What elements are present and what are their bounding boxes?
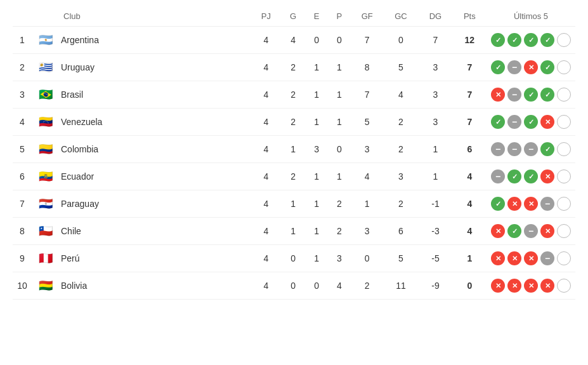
result-icon-empty [557,224,571,238]
result-icon-win [491,33,505,47]
team-name: Brasil [61,90,83,100]
g-cell: 1 [281,218,305,245]
header-dg: DG [418,6,452,27]
pj-cell: 4 [251,81,281,109]
result-icon-draw [507,115,521,129]
last5-cell [487,245,575,272]
result-icon-loss [540,115,554,129]
result-icon-win [491,197,505,211]
table-row: 6🇪🇨Ecuador42114314 [13,163,575,190]
club-cell: 🇪🇨Ecuador [32,163,251,190]
result-icon-loss [540,224,554,238]
header-ultimos5: Últimos 5 [487,6,575,27]
dg-cell: 7 [418,27,452,54]
dg-cell: 3 [418,54,452,81]
g-cell: 2 [281,109,305,136]
g-cell: 0 [281,245,305,272]
result-icon-loss [491,251,505,265]
pj-cell: 4 [251,27,281,54]
team-name: Argentina [61,35,99,45]
e-cell: 3 [305,136,328,163]
flag-icon: 🇧🇷 [37,88,55,101]
gf-cell: 3 [351,218,384,245]
header-pj: PJ [251,6,281,27]
p-cell: 1 [328,109,351,136]
rank-cell: 10 [13,272,32,300]
pts-cell: 12 [453,27,487,54]
result-icon-empty [557,197,571,211]
header-gc: GC [384,6,418,27]
result-icon-loss [507,251,521,265]
p-cell: 1 [328,54,351,81]
result-icon-draw [524,224,538,238]
rank-cell: 3 [13,81,32,109]
gf-cell: 5 [351,109,384,136]
result-icon-win [491,60,505,74]
club-cell: 🇧🇷Brasil [32,81,251,109]
g-cell: 0 [281,272,305,300]
e-cell: 1 [305,218,328,245]
e-cell: 1 [305,109,328,136]
pts-cell: 4 [453,218,487,245]
flag-icon: 🇨🇱 [37,225,55,237]
standings-container: Club PJ G E P GF GC DG Pts Últimos 5 1🇦🇷… [13,6,575,300]
table-row: 8🇨🇱Chile411236-34 [13,218,575,245]
table-row: 9🇵🇪Perú401305-51 [13,245,575,272]
club-cell: 🇻🇪Venezuela [32,109,251,136]
pj-cell: 4 [251,54,281,81]
dg-cell: 1 [418,163,452,190]
header-pts: Pts [453,6,487,27]
e-cell: 1 [305,163,328,190]
result-icon-draw [540,251,554,265]
pts-cell: 1 [453,245,487,272]
rank-cell: 6 [13,163,32,190]
dg-cell: -3 [418,218,452,245]
club-cell: 🇦🇷Argentina [32,27,251,54]
pts-cell: 7 [453,81,487,109]
result-icon-loss [540,279,554,293]
dg-cell: 1 [418,136,452,163]
gf-cell: 7 [351,27,384,54]
result-icon-win [540,33,554,47]
gc-cell: 2 [384,190,418,218]
team-name: Chile [61,226,81,236]
team-name: Ecuador [61,171,94,182]
e-cell: 1 [305,54,328,81]
result-icon-win [524,33,538,47]
result-icon-win [524,88,538,102]
pj-cell: 4 [251,109,281,136]
team-name: Bolivia [61,281,87,291]
gf-cell: 7 [351,81,384,109]
team-name: Perú [61,253,80,263]
result-icon-loss [524,60,538,74]
header-e: E [305,6,328,27]
gc-cell: 0 [384,27,418,54]
g-cell: 1 [281,136,305,163]
flag-icon: 🇪🇨 [37,170,55,183]
result-icon-empty [557,142,571,156]
result-icon-loss [540,169,554,183]
result-icon-win [524,115,538,129]
table-row: 1🇦🇷Argentina440070712 [13,27,575,54]
e-cell: 1 [305,190,328,218]
club-cell: 🇨🇴Colombia [32,136,251,163]
club-cell: 🇺🇾Uruguay [32,54,251,81]
pj-cell: 4 [251,272,281,300]
flag-icon: 🇺🇾 [37,61,55,74]
gc-cell: 3 [384,163,418,190]
dg-cell: -9 [418,272,452,300]
gf-cell: 8 [351,54,384,81]
header-g: G [281,6,305,27]
result-icon-empty [557,169,571,183]
g-cell: 1 [281,190,305,218]
result-icon-empty [557,60,571,74]
gf-cell: 3 [351,136,384,163]
table-header: Club PJ G E P GF GC DG Pts Últimos 5 [13,6,575,27]
standings-table: Club PJ G E P GF GC DG Pts Últimos 5 1🇦🇷… [13,6,575,300]
gc-cell: 4 [384,81,418,109]
team-name: Venezuela [61,117,102,127]
pts-cell: 4 [453,190,487,218]
gc-cell: 2 [384,136,418,163]
p-cell: 2 [328,190,351,218]
result-icon-win [491,115,505,129]
